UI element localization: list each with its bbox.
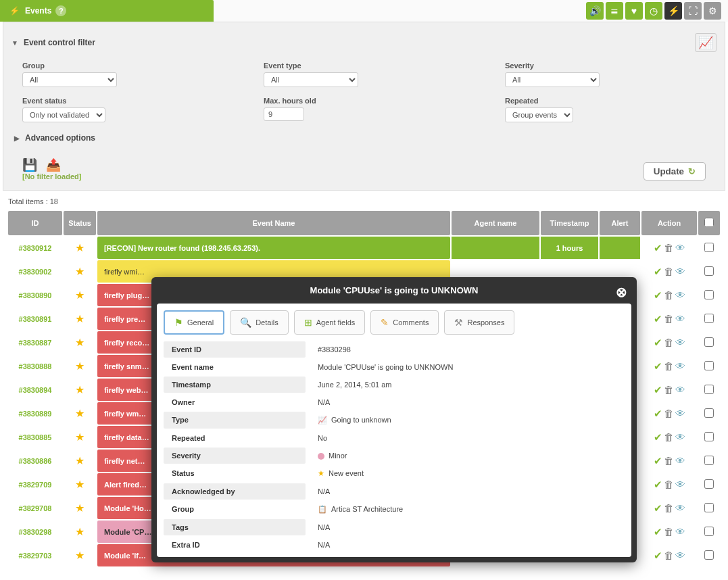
events-tab[interactable]: ⚡ Events ? — [0, 0, 214, 22]
delete-icon[interactable]: 🗑 — [664, 313, 674, 324]
event-type-select[interactable]: All — [264, 72, 358, 87]
delete-icon[interactable]: 🗑 — [664, 408, 674, 419]
tab-comments[interactable]: ✎Comments — [370, 310, 439, 335]
row-checkbox[interactable] — [704, 266, 714, 276]
max-hours-input[interactable] — [264, 107, 304, 121]
status-star-icon[interactable]: ★ — [64, 284, 96, 306]
row-checkbox[interactable] — [704, 243, 714, 252]
row-checkbox[interactable] — [704, 527, 714, 536]
status-star-icon[interactable]: ★ — [64, 402, 96, 425]
status-star-icon[interactable]: ★ — [64, 521, 96, 543]
delete-icon[interactable]: 🗑 — [664, 384, 674, 395]
delete-icon[interactable]: 🗑 — [664, 431, 674, 443]
filter-section-title[interactable]: ▼ Event control filter 📈 — [11, 29, 717, 59]
update-button[interactable]: Update ↻ — [644, 162, 706, 180]
row-id[interactable]: #3830298 — [8, 521, 62, 543]
row-id[interactable]: #3830888 — [8, 355, 62, 377]
validate-icon[interactable]: ✔ — [654, 384, 662, 396]
validate-icon[interactable]: ✔ — [654, 550, 662, 562]
row-checkbox[interactable] — [704, 337, 714, 347]
row-id[interactable]: #3830889 — [8, 402, 62, 425]
view-icon[interactable]: 👁 — [675, 384, 685, 395]
row-checkbox[interactable] — [704, 314, 714, 323]
col-id[interactable]: ID — [8, 211, 62, 235]
col-timestamp[interactable]: Timestamp — [541, 211, 598, 235]
event-name-cell[interactable]: [RECON] New router found (198.245.63.253… — [97, 237, 450, 259]
tab-details[interactable]: 🔍Details — [230, 310, 289, 335]
delete-icon[interactable]: 🗑 — [664, 360, 674, 372]
repeated-select[interactable]: Group events — [505, 107, 573, 122]
validate-icon[interactable]: ✔ — [654, 408, 662, 420]
validate-icon[interactable]: ✔ — [654, 313, 662, 325]
row-id[interactable]: #3830902 — [8, 260, 62, 283]
validate-icon[interactable]: ✔ — [654, 266, 662, 278]
row-id[interactable]: #3830886 — [8, 450, 62, 472]
row-id[interactable]: #3830894 — [8, 379, 62, 401]
status-star-icon[interactable]: ★ — [64, 355, 96, 377]
view-icon[interactable]: 👁 — [675, 360, 685, 372]
status-star-icon[interactable]: ★ — [64, 260, 96, 283]
gear-icon[interactable]: ⚙ — [704, 2, 721, 20]
view-icon[interactable]: 👁 — [675, 266, 685, 277]
view-icon[interactable]: 👁 — [675, 289, 685, 301]
status-star-icon[interactable]: ★ — [64, 497, 96, 519]
view-icon[interactable]: 👁 — [675, 455, 685, 466]
validate-icon[interactable]: ✔ — [654, 431, 662, 443]
close-icon[interactable]: ⊗ — [616, 284, 627, 300]
row-id[interactable]: #3829703 — [8, 544, 62, 566]
view-icon[interactable]: 👁 — [675, 479, 685, 490]
row-id[interactable]: #3830890 — [8, 284, 62, 306]
validate-icon[interactable]: ✔ — [654, 479, 662, 491]
row-checkbox[interactable] — [704, 432, 714, 441]
save-icon[interactable]: 💾 — [22, 158, 37, 172]
view-icon[interactable]: 👁 — [675, 313, 685, 324]
col-checkbox[interactable] — [698, 211, 720, 235]
chart-icon[interactable]: 📈 — [695, 33, 717, 52]
validate-icon[interactable]: ✔ — [654, 337, 662, 349]
col-agent-name[interactable]: Agent name — [452, 211, 539, 235]
severity-select[interactable]: All — [505, 72, 600, 87]
sound-icon[interactable]: 🔊 — [586, 2, 604, 20]
heart-icon[interactable]: ♥ — [625, 2, 643, 20]
status-star-icon[interactable]: ★ — [64, 544, 96, 566]
view-icon[interactable]: 👁 — [675, 337, 685, 348]
validate-icon[interactable]: ✔ — [654, 526, 662, 538]
row-checkbox[interactable] — [704, 385, 714, 394]
fullscreen-icon[interactable]: ⛶ — [684, 2, 702, 20]
select-all-checkbox[interactable] — [704, 218, 714, 227]
validate-icon[interactable]: ✔ — [654, 289, 662, 301]
row-checkbox[interactable] — [704, 290, 714, 299]
validate-icon[interactable]: ✔ — [654, 242, 662, 254]
delete-icon[interactable]: 🗑 — [664, 479, 674, 490]
status-star-icon[interactable]: ★ — [64, 473, 96, 496]
delete-icon[interactable]: 🗑 — [664, 526, 674, 537]
delete-icon[interactable]: 🗑 — [664, 337, 674, 348]
row-id[interactable]: #3830912 — [8, 237, 62, 259]
row-checkbox[interactable] — [704, 479, 714, 489]
row-id[interactable]: #3830885 — [8, 426, 62, 448]
view-icon[interactable]: 👁 — [675, 550, 685, 561]
row-id[interactable]: #3830891 — [8, 308, 62, 330]
load-icon[interactable]: 📤 — [46, 158, 61, 172]
view-icon[interactable]: 👁 — [675, 408, 685, 419]
row-id[interactable]: #3830887 — [8, 331, 62, 354]
col-action[interactable]: Action — [641, 211, 697, 235]
tab-responses[interactable]: ⚒Responses — [444, 310, 514, 335]
row-id[interactable]: #3829708 — [8, 497, 62, 519]
col-event-name[interactable]: Event Name — [97, 211, 450, 235]
status-star-icon[interactable]: ★ — [64, 450, 96, 472]
row-checkbox[interactable] — [704, 361, 714, 370]
validate-icon[interactable]: ✔ — [654, 455, 662, 467]
rss-icon[interactable]: ◷ — [645, 2, 662, 20]
status-star-icon[interactable]: ★ — [64, 426, 96, 448]
row-id[interactable]: #3829709 — [8, 473, 62, 496]
delete-icon[interactable]: 🗑 — [664, 502, 674, 514]
list-icon[interactable]: ≣ — [606, 2, 623, 20]
col-alert[interactable]: Alert — [600, 211, 640, 235]
view-icon[interactable]: 👁 — [675, 502, 685, 514]
flash-icon[interactable]: ⚡ — [664, 2, 682, 20]
status-star-icon[interactable]: ★ — [64, 379, 96, 401]
delete-icon[interactable]: 🗑 — [664, 455, 674, 466]
tab-agent-fields[interactable]: ⊞Agent fields — [294, 310, 365, 335]
row-checkbox[interactable] — [704, 503, 714, 512]
